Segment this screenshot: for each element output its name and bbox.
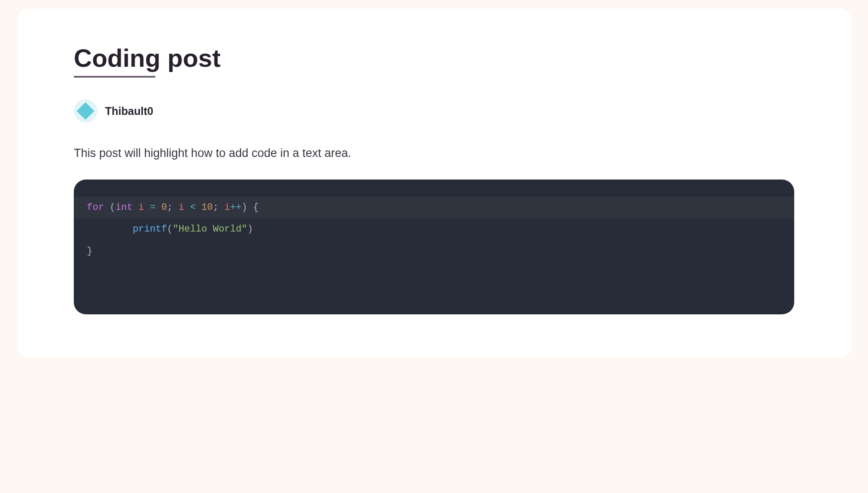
post-title: Coding post <box>74 43 220 72</box>
code-line-3: } <box>74 241 794 263</box>
avatar-icon <box>79 104 92 118</box>
title-underline <box>74 76 155 78</box>
post-description: This post will highlight how to add code… <box>74 144 794 162</box>
author-name[interactable]: Thibault0 <box>105 105 153 118</box>
code-line-2: printf("Hello World") <box>74 219 794 241</box>
author-avatar[interactable] <box>74 99 97 123</box>
author-section: Thibault0 <box>74 99 794 123</box>
code-block: for (int i = 0; i < 10; i++) { printf("H… <box>74 180 794 315</box>
code-line-1: for (int i = 0; i < 10; i++) { <box>74 197 794 219</box>
post-card: Coding post Thibault0 This post will hig… <box>17 9 851 358</box>
